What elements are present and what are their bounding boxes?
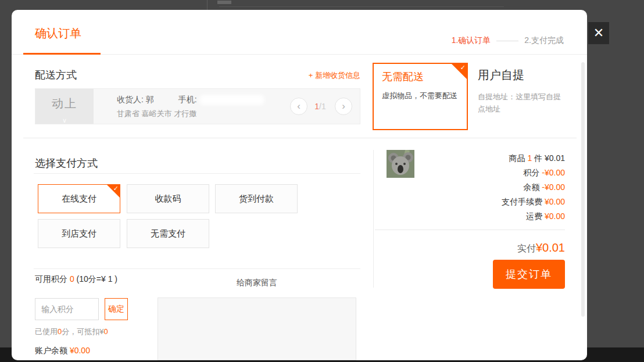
checkout-steps: 1.确认订单 2.支付完成 (452, 35, 564, 46)
modal-title: 确认订单 (35, 26, 81, 41)
goods-value: ¥0.01 (545, 153, 565, 163)
background-text-remnant (217, 1, 231, 4)
row-value: -¥0.00 (542, 168, 565, 177)
address-region: 甘肃省 嘉峪关市 才行撒 (117, 109, 196, 119)
payment-method-label: 收款码 (155, 193, 181, 205)
payment-method-instore[interactable]: 到店支付 (38, 219, 120, 248)
check-icon: ✓ (113, 185, 119, 192)
submit-order-label: 提交订单 (506, 267, 552, 281)
address-pagination: 1/1 (309, 102, 332, 111)
points-used-middle: 分，可抵扣¥ (62, 327, 103, 336)
goods-label: 商品 (509, 153, 525, 163)
receiver-name: 郭 (146, 95, 154, 105)
address-tag[interactable]: 动上 ∨ (35, 89, 94, 124)
background-rule (219, 6, 504, 7)
payment-method-label: 到店支付 (62, 228, 96, 239)
title-underline (23, 53, 101, 55)
chevron-down-icon: ∨ (35, 117, 94, 124)
check-icon: ✓ (460, 64, 466, 71)
delivery-option-desc: 虚拟物品，不需要配送 (382, 91, 457, 101)
balance-value: ¥0.00 (70, 346, 90, 355)
payment-method-none[interactable]: 无需支付 (127, 219, 209, 248)
product-image (387, 150, 414, 178)
phone-label: 手机: (178, 95, 197, 105)
phone-number-redacted (199, 95, 264, 105)
summary-row: 支付手续费 ¥0.00 (502, 195, 565, 209)
points-available-line: 可用积分 0 (10分=¥ 1 ) (35, 274, 117, 285)
close-icon: ✕ (593, 26, 604, 41)
background-divider (207, 0, 207, 10)
account-balance-line: 账户余额 ¥0.00 (35, 346, 90, 356)
section-divider (23, 138, 577, 138)
merchant-message-label: 给商家留言 (158, 278, 356, 288)
row-label: 运费 (526, 212, 542, 221)
total-line: 实付¥0.01 (517, 241, 565, 255)
row-value: ¥0.00 (545, 212, 565, 221)
summary-row: 积分 -¥0.00 (502, 166, 565, 180)
goods-unit: 件 (534, 153, 542, 163)
step-separator (496, 41, 518, 41)
points-available-value: 0 (70, 274, 74, 284)
chevron-left-icon: ‹ (297, 101, 300, 112)
address-prev-button[interactable]: ‹ (290, 98, 307, 115)
row-value: ¥0.00 (545, 197, 565, 206)
step-confirm-order: 1.确认订单 (452, 35, 491, 46)
payment-method-label: 在线支付 (62, 193, 96, 205)
receiver-label: 收货人: (117, 95, 144, 105)
balance-label: 账户余额 (35, 346, 67, 355)
payment-section-title: 选择支付方式 (35, 156, 98, 170)
modal-scrollbar-thumb[interactable] (581, 62, 585, 317)
points-used-line: 已使用0分，可抵扣¥0 (35, 327, 108, 337)
points-label: 可用积分 (35, 274, 67, 284)
chevron-right-icon: › (342, 101, 345, 112)
payment-method-cod[interactable]: 货到付款 (215, 184, 298, 213)
summary-vertical-divider (373, 150, 374, 288)
page-total: 1 (321, 102, 326, 111)
row-label: 余额 (523, 182, 539, 192)
points-deduct-value: 0 (103, 327, 108, 336)
points-used-prefix: 已使用 (35, 327, 58, 336)
delivery-option-no-shipping[interactable]: ✓ 无需配送 虚拟物品，不需要配送 (373, 63, 468, 130)
close-button[interactable]: ✕ (588, 22, 609, 44)
submit-order-button[interactable]: 提交订单 (493, 260, 565, 289)
delivery-option-self-pickup[interactable]: 用户自提 自提地址：这里填写自提点地址 (478, 63, 572, 130)
step-payment-done: 2.支付完成 (524, 35, 564, 46)
delivery-option-title: 用户自提 (478, 67, 524, 83)
order-confirm-modal: 确认订单 1.确认订单 2.支付完成 配送方式 + 新增收货信息 动上 ∨ 收货… (12, 10, 587, 360)
summary-row: 运费 ¥0.00 (502, 209, 565, 224)
delivery-option-title: 无需配送 (382, 70, 424, 84)
address-tag-label: 动上 (35, 96, 94, 112)
payment-method-online[interactable]: ✓ 在线支付 (38, 184, 120, 213)
payment-method-label: 无需支付 (151, 228, 185, 239)
total-label: 实付 (517, 243, 536, 253)
address-line1: 收货人: 郭 手机: (117, 95, 264, 105)
points-confirm-button[interactable]: 确定 (105, 298, 128, 320)
points-input[interactable] (35, 298, 99, 320)
row-value: -¥0.00 (542, 182, 565, 192)
goods-qty: 1 (527, 153, 532, 163)
points-divider (34, 268, 360, 269)
summary-row: 余额 -¥0.00 (502, 180, 565, 195)
points-rate: (10分=¥ 1 ) (77, 274, 117, 284)
page-current: 1 (314, 102, 319, 111)
order-summary: 商品 1 件 ¥0.01 积分 -¥0.00 余额 -¥0.00 支付手续费 ¥… (502, 151, 565, 224)
summary-divider (375, 230, 565, 230)
row-label: 积分 (523, 168, 539, 177)
payment-divider (34, 173, 360, 174)
delivery-section-title: 配送方式 (35, 68, 77, 82)
payment-method-qrcode[interactable]: 收款码 (127, 184, 209, 213)
payment-method-label: 货到付款 (239, 193, 274, 205)
points-confirm-label: 确定 (108, 304, 124, 314)
address-card[interactable]: 动上 ∨ 收货人: 郭 手机: 甘肃省 嘉峪关市 才行撒 ‹ 1/1 › (35, 88, 360, 124)
merchant-message-textarea[interactable] (158, 298, 356, 360)
page-backdrop: ✕ 确认订单 1.确认订单 2.支付完成 配送方式 + 新增收货信息 动上 ∨ … (0, 0, 644, 362)
summary-goods-row: 商品 1 件 ¥0.01 (502, 151, 565, 166)
address-next-button[interactable]: › (335, 98, 352, 115)
total-value: ¥0.01 (536, 241, 565, 254)
delivery-option-desc: 自提地址：这里填写自提点地址 (478, 91, 566, 115)
row-label: 支付手续费 (502, 197, 542, 206)
add-address-link[interactable]: + 新增收货信息 (309, 70, 360, 81)
